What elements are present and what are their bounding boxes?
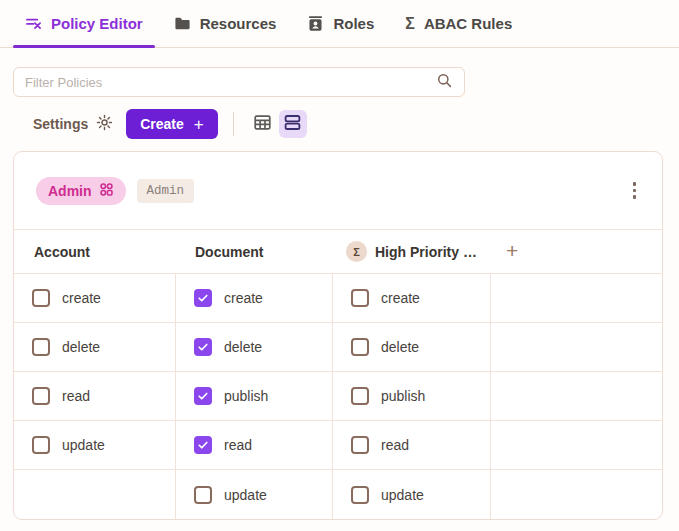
toolbar-divider bbox=[233, 112, 234, 136]
tab-roles[interactable]: Roles bbox=[295, 0, 386, 47]
kebab-menu-icon[interactable] bbox=[629, 178, 641, 203]
plus-icon: + bbox=[194, 116, 204, 133]
permission-cell: update bbox=[175, 470, 332, 519]
tab-bar: Policy Editor Resources Roles Σ ABAC Rul… bbox=[0, 0, 679, 48]
checkbox-unchecked[interactable] bbox=[32, 387, 50, 405]
permission-cell: read bbox=[332, 421, 490, 469]
permission-label: publish bbox=[224, 388, 268, 404]
tab-abac-rules[interactable]: Σ ABAC Rules bbox=[393, 0, 524, 47]
column-header-document[interactable]: Document bbox=[175, 244, 332, 260]
permission-cell: read bbox=[14, 372, 175, 420]
checkbox-unchecked[interactable] bbox=[351, 387, 369, 405]
add-column-cell: + bbox=[490, 240, 662, 263]
permission-cell bbox=[490, 470, 662, 519]
create-label: Create bbox=[140, 116, 184, 132]
settings-label: Settings bbox=[33, 116, 88, 132]
permission-label: publish bbox=[381, 388, 425, 404]
permission-cell: delete bbox=[14, 323, 175, 371]
checkbox-unchecked[interactable] bbox=[351, 486, 369, 504]
permission-cell: create bbox=[175, 274, 332, 322]
sigma-badge: Σ bbox=[346, 241, 367, 262]
permission-cell bbox=[14, 470, 175, 519]
shapes-group-icon bbox=[99, 182, 114, 200]
rows-view-button[interactable] bbox=[279, 110, 307, 138]
role-badge-label: Admin bbox=[48, 183, 92, 199]
tab-policy-editor[interactable]: Policy Editor bbox=[13, 0, 155, 47]
checkbox-unchecked[interactable] bbox=[32, 338, 50, 356]
sigma-icon: Σ bbox=[405, 16, 415, 32]
permission-cell bbox=[490, 323, 662, 371]
checkbox-checked[interactable] bbox=[194, 387, 212, 405]
permission-label: update bbox=[224, 487, 267, 503]
permission-label: delete bbox=[224, 339, 262, 355]
permission-grid: createcreatecreatedeletedeletedeleteread… bbox=[14, 274, 662, 519]
permission-cell: read bbox=[175, 421, 332, 469]
permission-label: create bbox=[62, 290, 101, 306]
table-row: updateupdate bbox=[14, 470, 662, 519]
permission-cell: update bbox=[332, 470, 490, 519]
role-badge[interactable]: Admin bbox=[36, 177, 126, 205]
permission-cell: delete bbox=[175, 323, 332, 371]
table-row: updatereadread bbox=[14, 421, 662, 470]
role-tag: Admin bbox=[137, 179, 195, 203]
checkbox-checked[interactable] bbox=[194, 436, 212, 454]
tab-label: ABAC Rules bbox=[424, 15, 512, 32]
permission-cell bbox=[490, 274, 662, 322]
checkbox-checked[interactable] bbox=[194, 289, 212, 307]
checkbox-unchecked[interactable] bbox=[32, 289, 50, 307]
filter-policies-input[interactable] bbox=[25, 75, 436, 90]
tab-label: Resources bbox=[200, 15, 277, 32]
table-row: deletedeletedelete bbox=[14, 323, 662, 372]
permission-label: update bbox=[62, 437, 105, 453]
permission-cell: update bbox=[14, 421, 175, 469]
permission-label: create bbox=[381, 290, 420, 306]
rows-icon bbox=[283, 113, 302, 135]
gear-icon bbox=[96, 114, 113, 134]
checkbox-checked[interactable] bbox=[194, 338, 212, 356]
permission-cell: publish bbox=[332, 372, 490, 420]
permission-cell: create bbox=[332, 274, 490, 322]
permission-cell bbox=[490, 421, 662, 469]
policy-editor-icon bbox=[25, 15, 42, 32]
table-header-row: Account Document Σ High Priority … + bbox=[14, 229, 662, 274]
policy-card: Admin Admin Account Document Σ High Prio… bbox=[13, 151, 663, 520]
checkbox-unchecked[interactable] bbox=[32, 436, 50, 454]
permission-label: delete bbox=[381, 339, 419, 355]
checkbox-unchecked[interactable] bbox=[351, 436, 369, 454]
table-grid-icon bbox=[253, 113, 272, 135]
checkbox-unchecked[interactable] bbox=[351, 338, 369, 356]
column-header-account[interactable]: Account bbox=[14, 244, 175, 260]
filter-row bbox=[0, 48, 679, 97]
tab-label: Roles bbox=[333, 15, 374, 32]
checkbox-unchecked[interactable] bbox=[194, 486, 212, 504]
permission-cell: delete bbox=[332, 323, 490, 371]
toolbar: Settings Create + bbox=[33, 109, 679, 139]
folder-icon bbox=[174, 15, 191, 32]
create-button[interactable]: Create + bbox=[126, 109, 218, 139]
search-icon bbox=[436, 72, 453, 93]
tab-resources[interactable]: Resources bbox=[162, 0, 289, 47]
checkbox-unchecked[interactable] bbox=[351, 289, 369, 307]
table-row: readpublishpublish bbox=[14, 372, 662, 421]
permission-label: read bbox=[62, 388, 90, 404]
permission-label: read bbox=[381, 437, 409, 453]
settings-button[interactable]: Settings bbox=[33, 114, 113, 134]
id-badge-icon bbox=[307, 15, 324, 32]
policy-card-header: Admin Admin bbox=[14, 152, 662, 229]
table-row: createcreatecreate bbox=[14, 274, 662, 323]
tab-label: Policy Editor bbox=[51, 15, 143, 32]
permission-label: create bbox=[224, 290, 263, 306]
grid-view-button[interactable] bbox=[249, 110, 277, 138]
permission-cell: create bbox=[14, 274, 175, 322]
permission-label: read bbox=[224, 437, 252, 453]
filter-policies-box bbox=[13, 67, 465, 97]
permission-cell bbox=[490, 372, 662, 420]
column-header-high-priority[interactable]: Σ High Priority … bbox=[332, 241, 490, 262]
permission-cell: publish bbox=[175, 372, 332, 420]
permission-label: delete bbox=[62, 339, 100, 355]
permission-label: update bbox=[381, 487, 424, 503]
add-column-button[interactable]: + bbox=[506, 240, 518, 263]
